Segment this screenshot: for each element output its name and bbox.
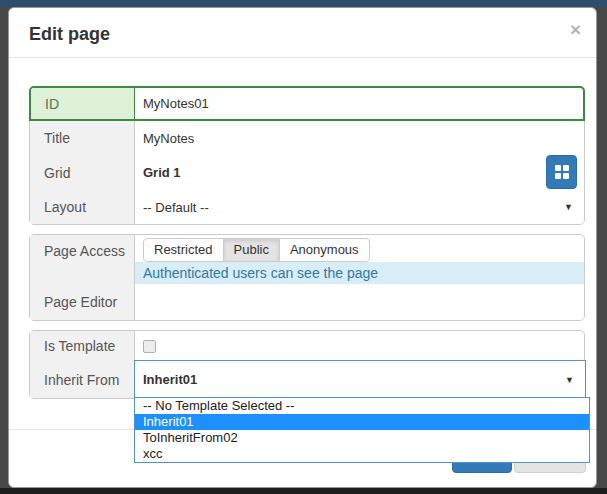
inherit-from-label: Inherit From <box>30 361 135 398</box>
id-input[interactable]: MyNotes01 <box>135 88 583 119</box>
access-info-spacer <box>30 262 135 284</box>
field-row-page-access: Page Access Restricted Public Anonymous <box>30 235 584 262</box>
id-label: ID <box>31 88 135 119</box>
page-access-button-group: Restricted Public Anonymous <box>143 238 370 262</box>
title-label: Title <box>30 121 135 155</box>
layout-selected-value: -- Default -- <box>143 200 209 215</box>
inherit-from-dropdown: -- No Template Selected -- Inherit01 ToI… <box>134 397 590 463</box>
page-info-section: ID MyNotes01 Title MyNotes Grid Grid 1 L… <box>29 86 585 225</box>
field-row-layout: Layout -- Default -- ▼ <box>30 190 584 224</box>
access-info-text: Authenticated users can see the page <box>135 262 584 284</box>
access-option-restricted[interactable]: Restricted <box>143 238 224 262</box>
is-template-checkbox[interactable] <box>143 340 156 353</box>
background-navbar <box>0 0 607 7</box>
field-row-title: Title MyNotes <box>30 121 584 155</box>
is-template-cell <box>135 331 584 361</box>
page-editor-input[interactable] <box>135 284 584 320</box>
dropdown-option-no-template[interactable]: -- No Template Selected -- <box>135 398 589 414</box>
access-option-public[interactable]: Public <box>223 238 280 262</box>
dropdown-option-inherit01[interactable]: Inherit01 <box>135 414 589 430</box>
field-row-grid: Grid Grid 1 <box>30 155 584 190</box>
field-row-id: ID MyNotes01 <box>29 86 585 121</box>
field-row-page-editor: Page Editor <box>30 284 584 320</box>
edit-page-modal: Edit page × ID MyNotes01 Title MyNotes G… <box>8 7 597 488</box>
inherit-from-selected-value: Inherit01 <box>143 372 197 387</box>
grid-label: Grid <box>30 155 135 190</box>
grid-value: Grid 1 <box>135 155 584 190</box>
close-icon[interactable]: × <box>570 20 581 39</box>
modal-title: Edit page <box>29 24 110 45</box>
inherit-from-select[interactable]: Inherit01 ▼ <box>134 360 586 399</box>
modal-body: ID MyNotes01 Title MyNotes Grid Grid 1 L… <box>9 58 596 399</box>
access-option-anonymous[interactable]: Anonymous <box>279 238 370 262</box>
field-row-inherit-from: Inherit From Inherit01 ▼ <box>30 361 584 398</box>
chevron-down-icon: ▼ <box>565 375 574 385</box>
template-section: Is Template Inherit From Inherit01 ▼ <box>29 330 585 399</box>
page-access-group: Restricted Public Anonymous <box>135 235 584 262</box>
inherit-from-cell: Inherit01 ▼ <box>135 361 584 398</box>
grid-picker-button[interactable] <box>546 155 577 189</box>
page-editor-label: Page Editor <box>30 284 135 320</box>
dropdown-option-xcc[interactable]: xcc <box>135 446 589 462</box>
is-template-label: Is Template <box>30 331 135 361</box>
field-row-is-template: Is Template <box>30 331 584 361</box>
page-access-label: Page Access <box>30 235 135 262</box>
dropdown-option-toinheritfrom02[interactable]: ToInheritFrom02 <box>135 430 589 446</box>
layout-label: Layout <box>30 190 135 224</box>
access-section: Page Access Restricted Public Anonymous … <box>29 234 585 321</box>
grid-name: Grid 1 <box>143 165 181 180</box>
layout-select[interactable]: -- Default -- ▼ <box>135 190 584 224</box>
access-info-row: Authenticated users can see the page <box>30 262 584 284</box>
chevron-down-icon: ▼ <box>564 202 573 212</box>
grid-icon <box>555 165 569 179</box>
title-input[interactable]: MyNotes <box>135 121 584 155</box>
modal-header: Edit page × <box>9 8 596 58</box>
background-bottom-edge <box>0 488 607 494</box>
